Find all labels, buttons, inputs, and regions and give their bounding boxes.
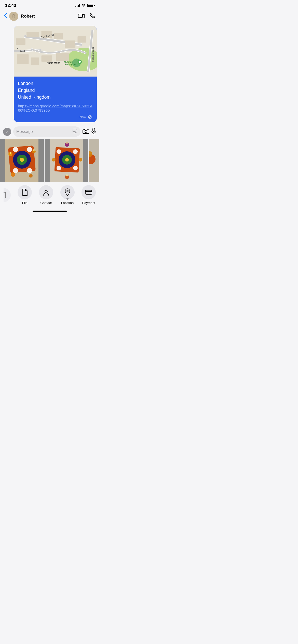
camera-button[interactable] — [83, 128, 89, 135]
mic-button[interactable] — [91, 128, 96, 136]
phone-call-button[interactable] — [90, 13, 95, 20]
status-icons — [75, 4, 94, 8]
svg-rect-10 — [42, 55, 52, 62]
svg-rect-12 — [65, 40, 76, 48]
photo-3[interactable] — [89, 139, 99, 182]
photo-2[interactable] — [45, 139, 88, 182]
svg-point-58 — [66, 174, 68, 176]
status-time: 12:43 — [5, 3, 16, 8]
payment-label: Payment — [82, 201, 95, 205]
battery-icon — [87, 4, 94, 7]
svg-rect-4 — [16, 38, 26, 45]
chat-area: TOOLEY ST TOWER BRIDGE X L LANE Apple Ma… — [0, 23, 99, 124]
svg-point-42 — [13, 147, 18, 152]
svg-rect-11 — [56, 53, 69, 61]
contact-label: Contact — [40, 201, 52, 205]
svg-point-67 — [45, 190, 47, 193]
location-dot-indicator — [66, 198, 69, 200]
wifi-icon — [82, 4, 86, 8]
close-button[interactable]: × — [3, 128, 11, 136]
svg-text:X L: X L — [17, 47, 20, 50]
svg-point-68 — [67, 190, 68, 192]
svg-point-54 — [66, 142, 68, 144]
action-bar: File Contact Location — [0, 182, 99, 207]
svg-point-60 — [73, 149, 78, 154]
svg-point-55 — [52, 158, 56, 162]
action-item-file[interactable]: File — [18, 185, 32, 205]
scroll-container: TOOLEY ST TOWER BRIDGE X L LANE Apple Ma… — [0, 23, 99, 215]
avatar: R — [9, 12, 18, 21]
action-item-contact[interactable]: Contact — [39, 185, 53, 205]
file-label: File — [22, 201, 28, 205]
map-meta: Now — [18, 115, 93, 119]
photo-1[interactable] — [0, 139, 44, 182]
svg-rect-30 — [93, 128, 95, 131]
svg-rect-13 — [78, 36, 86, 43]
svg-rect-9 — [31, 57, 39, 65]
svg-text:St John's: St John's — [64, 61, 74, 63]
svg-text:Apple Maps: Apple Maps — [47, 62, 60, 64]
svg-rect-5 — [26, 32, 39, 37]
action-item-partial[interactable] — [4, 188, 11, 202]
svg-point-59 — [57, 149, 61, 154]
svg-point-41 — [29, 174, 33, 178]
svg-point-44 — [13, 168, 18, 173]
svg-point-29 — [85, 130, 87, 133]
map-info: London England United Kingdom https://ma… — [14, 77, 97, 122]
map-link[interactable]: https://maps.google.com/maps?q=51.503346… — [18, 104, 93, 112]
svg-point-16 — [79, 61, 81, 63]
sticker-icon — [72, 128, 77, 135]
svg-text:Churchyard: Churchyard — [64, 63, 76, 66]
svg-point-61 — [57, 166, 61, 170]
chat-header: R Robert — [0, 10, 99, 23]
svg-rect-69 — [85, 190, 92, 194]
svg-point-52 — [65, 158, 69, 162]
action-item-location[interactable]: Location — [60, 185, 75, 205]
video-call-button[interactable] — [78, 13, 85, 20]
input-bar: × Message — [0, 124, 99, 139]
contact-name: Robert — [21, 14, 78, 19]
svg-point-43 — [27, 147, 32, 152]
status-bar: 12:43 — [0, 0, 99, 10]
signal-icon — [75, 4, 80, 7]
svg-point-46 — [10, 152, 11, 154]
map-preview: TOOLEY ST TOWER BRIDGE X L LANE Apple Ma… — [14, 26, 97, 77]
file-icon-wrap — [18, 185, 32, 199]
svg-point-37 — [20, 158, 24, 162]
header-icons — [78, 13, 95, 20]
map-address: London England United Kingdom — [18, 80, 93, 101]
payment-icon-wrap — [82, 185, 96, 199]
svg-point-62 — [73, 166, 78, 170]
svg-rect-7 — [54, 33, 63, 39]
home-bar — [33, 211, 67, 212]
svg-point-47 — [33, 149, 35, 151]
location-icon-wrap — [60, 185, 75, 199]
message-placeholder: Message — [16, 129, 33, 134]
svg-point-56 — [79, 158, 82, 162]
svg-text:LANE: LANE — [20, 50, 25, 52]
message-input[interactable]: Message — [13, 126, 80, 137]
timestamp: Now — [79, 115, 86, 119]
svg-text:TOWER BRIDGE: TOWER BRIDGE — [92, 47, 94, 62]
action-item-payment[interactable]: Payment — [82, 185, 96, 205]
back-button[interactable] — [4, 13, 7, 20]
home-indicator — [0, 207, 99, 215]
location-message-bubble[interactable]: TOOLEY ST TOWER BRIDGE X L LANE Apple Ma… — [14, 26, 97, 122]
photo-strip — [0, 139, 99, 182]
location-label: Location — [61, 201, 74, 205]
svg-rect-8 — [17, 54, 29, 64]
double-check-icon — [87, 115, 93, 119]
contact-icon-wrap — [39, 185, 53, 199]
svg-point-45 — [27, 168, 32, 173]
svg-rect-0 — [78, 14, 83, 18]
svg-rect-66 — [4, 192, 6, 198]
